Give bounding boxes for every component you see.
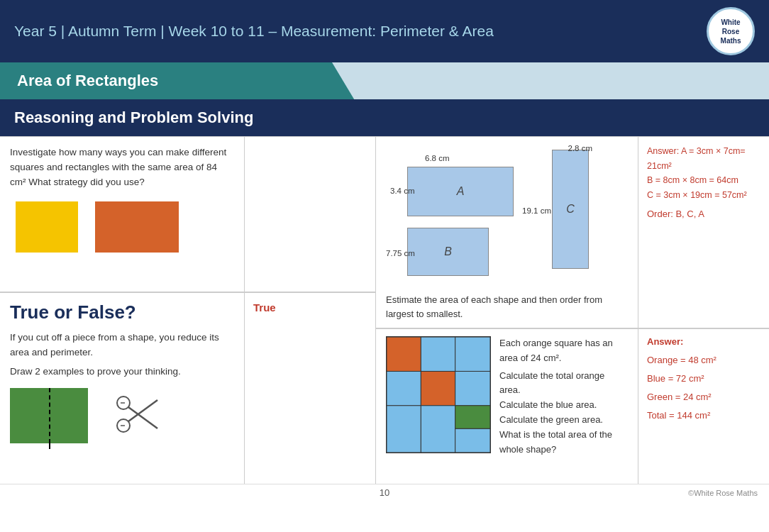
svg-rect-9 [387,371,421,405]
true-false-text2: Draw 2 examples to prove your thinking. [10,365,234,379]
answer-col-top: Answer: A = 3cm × 7cm= 21cm² B = 8cm × 8… [638,137,769,328]
true-answer: True [253,301,367,314]
grid-answer-green: Green = 24 cm² [647,388,760,406]
section-title-bar: Area of Rectangles [0,62,369,99]
grid-q2: Calculate the blue area. [499,398,628,413]
problem1-answer-col [244,137,375,292]
rect-a: A [407,167,514,216]
section-title-area: Area of Rectangles [0,62,769,99]
orange-rect [95,201,179,253]
left-panel: Investigate how many ways you can make d… [0,137,376,484]
grid-answer-blue: Blue = 72 cm² [647,370,760,388]
true-false-area: True or False? If you cut off a piece fr… [0,293,244,484]
grid-q1: Calculate the total orange area. [499,369,628,399]
problem1-text: Investigate how many ways you can make d… [10,145,234,190]
svg-rect-13 [421,406,455,453]
svg-rect-8 [455,337,490,371]
true-false-row: True or False? If you cut off a piece fr… [0,293,375,484]
grid-q4: What is the total area of the whole shap… [499,428,628,458]
scissors-area [10,388,234,443]
header-title: Year 5 | Autumn Term | Week 10 to 11 – M… [14,23,494,40]
problem1-row: Investigate how many ways you can make d… [0,137,375,293]
dim-left-a: 3.4 cm [390,187,415,195]
scissors-icon [115,393,165,438]
page-footer: 10 ©White Rose Maths [0,484,769,501]
shapes-problem-area: A C B 6.8 cm 2.8 cm 3.4 cm 7.75 cm 19. [376,137,638,328]
problem1-area: Investigate how many ways you can make d… [0,137,244,292]
subtitle-bar: Reasoning and Problem Solving [0,99,769,136]
grid-svg [386,336,491,453]
rect-b: B [407,228,489,276]
right-panel: A C B 6.8 cm 2.8 cm 3.4 cm 7.75 cm 19. [376,137,769,484]
copyright: ©White Rose Maths [688,489,758,497]
grid-intro: Each orange square has an area of 24 cm²… [499,336,628,366]
grid-answer-total: Total = 144 cm² [647,406,760,425]
grid-q3: Calculate the green area. [499,413,628,428]
svg-rect-7 [421,337,455,371]
order-text: Order: B, C, A [647,209,760,219]
right-top: A C B 6.8 cm 2.8 cm 3.4 cm 7.75 cm 19. [376,137,769,329]
main-content: Investigate how many ways you can make d… [0,136,769,484]
shapes-diagram: A C B 6.8 cm 2.8 cm 3.4 cm 7.75 cm 19. [386,144,628,293]
grid-text-area: Each orange square has an area of 24 cm²… [499,336,628,457]
grid-problem-area: Each orange square has an area of 24 cm²… [376,329,638,484]
true-false-title: True or False? [10,301,234,323]
dashed-line [49,388,50,443]
estimate-text: Estimate the area of each shape and then… [386,293,628,321]
logo-circle: White Rose Maths [707,7,755,55]
rect-c: C [552,150,589,269]
yellow-square [16,201,78,253]
dim-left-b: 7.75 cm [386,249,415,257]
true-false-text1: If you cut off a piece from a shape, you… [10,331,234,360]
dim-top-c: 2.8 cm [568,144,592,153]
answer-col-bottom: Answer: Orange = 48 cm² Blue = 72 cm² Gr… [638,329,769,484]
dim-top-a: 6.8 cm [425,154,450,162]
right-bottom: Each orange square has an area of 24 cm²… [376,329,769,484]
svg-rect-10 [421,371,455,405]
grid-answer-orange: Orange = 48 cm² [647,351,760,370]
shapes-answer-text: Answer: A = 3cm × 7cm= 21cm² B = 8cm × 8… [647,144,760,203]
page-number: 10 [380,487,389,498]
svg-rect-12 [387,406,421,453]
dim-right-c: 19.1 cm [522,206,551,215]
shapes-row [10,199,234,255]
header: Year 5 | Autumn Term | Week 10 to 11 – M… [0,0,769,62]
green-rect-container [10,388,88,443]
svg-rect-6 [387,337,421,371]
true-false-answer-col: True [244,293,375,484]
svg-rect-14 [455,406,490,429]
logo-text: White Rose Maths [721,18,741,45]
svg-rect-11 [455,371,490,405]
svg-rect-15 [455,428,490,453]
grid-answer-label: Answer: [647,336,760,347]
